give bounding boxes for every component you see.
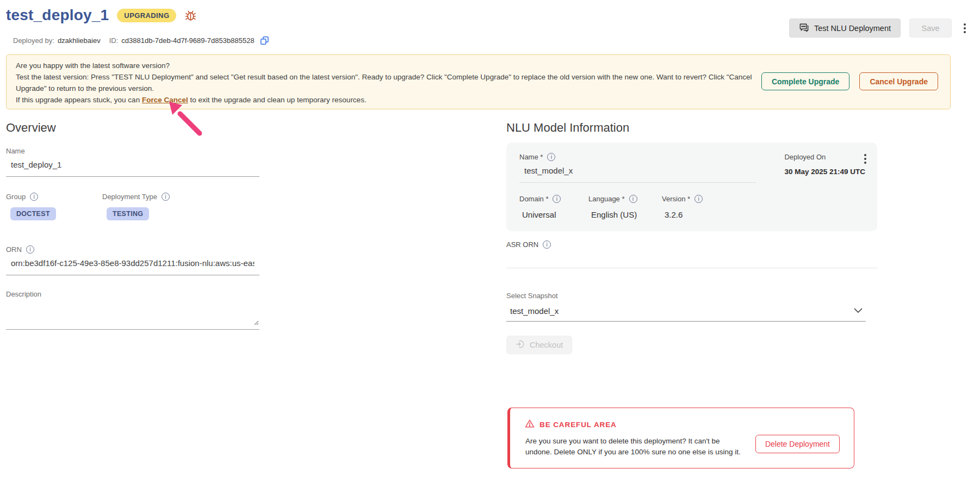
overview-section: Overview Name Group DOCTEST Deployment T… xyxy=(6,121,259,330)
complete-upgrade-button[interactable]: Complete Upgrade xyxy=(761,72,849,90)
chevron-down-icon xyxy=(854,306,863,316)
asr-orn-info-icon[interactable] xyxy=(543,240,551,249)
debug-bug-icon[interactable] xyxy=(184,9,197,22)
orn-field-group: ORN xyxy=(6,245,259,275)
snapshot-label: Select Snapshot xyxy=(506,292,866,300)
description-field-group: Description xyxy=(6,290,259,330)
language-info-icon[interactable] xyxy=(629,195,637,203)
domain-info-icon[interactable] xyxy=(553,195,561,203)
test-nlu-deployment-button[interactable]: Test NLU Deployment xyxy=(789,18,901,38)
version-field-group: Version * 3.2.6 xyxy=(662,195,703,219)
deployed-by-label: Deployed by: xyxy=(13,36,54,45)
cancel-upgrade-button[interactable]: Cancel Upgrade xyxy=(859,72,938,90)
group-field-group: Group DOCTEST xyxy=(6,193,102,220)
deployed-on-label: Deployed On xyxy=(784,153,865,161)
version-info-icon[interactable] xyxy=(694,195,703,203)
language-label: Language * xyxy=(588,195,662,203)
page-header: test_deploy_1 UPGRADING xyxy=(6,7,197,24)
description-textarea[interactable] xyxy=(6,299,259,330)
group-type-row: Group DOCTEST Deployment Type TESTING xyxy=(6,193,259,220)
description-label: Description xyxy=(6,290,259,298)
upgrade-banner-actions: Complete Upgrade Cancel Upgrade xyxy=(761,72,938,90)
snapshot-select[interactable]: test_model_x xyxy=(506,301,866,322)
asr-orn-input[interactable] xyxy=(506,268,877,268)
danger-heading-row: BE CAREFUL AREA xyxy=(525,419,617,430)
model-card: Name * Deployed On 30 May 2025 21:49 UTC… xyxy=(506,143,877,231)
name-input[interactable] xyxy=(6,155,259,177)
warning-triangle-icon xyxy=(525,419,535,430)
danger-zone: BE CAREFUL AREA Are you sure you want to… xyxy=(507,408,854,468)
banner-stuck-suffix: to exit the upgrade and clean up tempora… xyxy=(188,96,367,104)
model-name-info-icon[interactable] xyxy=(547,153,555,161)
model-name-field-group: Name * xyxy=(519,153,756,183)
nlu-model-info-section: NLU Model Information Name * Deployed On… xyxy=(506,121,877,354)
deployment-type-label: Deployment Type xyxy=(102,193,170,201)
domain-value: Universal xyxy=(519,210,588,219)
model-card-row-1: Name * Deployed On 30 May 2025 21:49 UTC xyxy=(519,153,865,183)
banner-stuck-line: If this upgrade appears stuck, you can F… xyxy=(16,94,762,106)
deployed-on-group: Deployed On 30 May 2025 21:49 UTC xyxy=(784,153,865,183)
deployment-type-chip: TESTING xyxy=(107,207,149,220)
model-name-input[interactable] xyxy=(519,161,756,183)
header-kebab-menu-icon[interactable] xyxy=(960,21,969,35)
id-value: cd3881db-7deb-4d7f-9689-7d853b885528 xyxy=(121,36,254,45)
asr-orn-field-group: ASR ORN xyxy=(506,240,877,268)
banner-question: Are you happy with the latest software v… xyxy=(16,60,762,71)
language-field-group: Language * English (US) xyxy=(588,195,662,219)
upgrade-banner-text: Are you happy with the latest software v… xyxy=(16,60,762,106)
page-title: test_deploy_1 xyxy=(6,7,109,24)
copy-icon[interactable] xyxy=(260,36,269,45)
version-label: Version * xyxy=(662,195,703,203)
group-info-icon[interactable] xyxy=(30,193,38,201)
header-actions: Test NLU Deployment Save xyxy=(789,18,969,38)
name-field-group: Name xyxy=(6,147,259,177)
status-badge: UPGRADING xyxy=(117,9,176,22)
upgrade-banner: Are you happy with the latest software v… xyxy=(6,54,951,109)
name-label: Name xyxy=(6,147,259,155)
language-value: English (US) xyxy=(588,210,662,219)
asr-orn-label: ASR ORN xyxy=(506,240,877,249)
test-button-label: Test NLU Deployment xyxy=(814,24,891,33)
checkout-button-label: Checkout xyxy=(530,341,563,349)
checkout-button[interactable]: Checkout xyxy=(506,336,572,354)
description-textarea-wrap xyxy=(6,299,259,330)
model-card-kebab-menu-icon[interactable] xyxy=(861,152,870,166)
deployment-type-info-icon[interactable] xyxy=(162,193,170,201)
chat-icon xyxy=(799,22,809,34)
checkout-login-icon xyxy=(516,340,525,350)
save-button[interactable]: Save xyxy=(909,18,952,38)
id-label: ID: xyxy=(109,36,119,45)
snapshot-value: test_model_x xyxy=(510,306,559,316)
model-card-row-2: Domain * Universal Language * English (U… xyxy=(519,195,865,219)
overview-heading: Overview xyxy=(6,121,259,135)
resize-handle-icon[interactable] xyxy=(252,318,259,328)
domain-field-group: Domain * Universal xyxy=(519,195,588,219)
model-name-label: Name * xyxy=(519,153,756,161)
snapshot-field-group: Select Snapshot test_model_x xyxy=(506,292,866,322)
banner-instructions: Test the latest version: Press "TEST NLU… xyxy=(16,71,762,94)
danger-body-text: Are you sure you want to delete this dep… xyxy=(525,436,744,458)
domain-label: Domain * xyxy=(519,195,588,203)
deployment-type-field-group: Deployment Type TESTING xyxy=(102,193,170,220)
orn-info-icon[interactable] xyxy=(26,245,34,254)
deployed-by-value: dzakhliebaiev xyxy=(58,36,101,45)
danger-heading: BE CAREFUL AREA xyxy=(539,421,617,429)
deployment-meta: Deployed by: dzakhliebaiev ID: cd3881db-… xyxy=(13,36,269,45)
nlu-model-info-heading: NLU Model Information xyxy=(506,121,877,135)
orn-input[interactable] xyxy=(6,254,259,275)
group-label: Group xyxy=(6,193,102,201)
group-chip: DOCTEST xyxy=(10,207,56,220)
version-value: 3.2.6 xyxy=(662,210,703,219)
force-cancel-link[interactable]: Force Cancel xyxy=(142,96,188,104)
deployed-on-value: 30 May 2025 21:49 UTC xyxy=(784,168,865,176)
delete-deployment-button[interactable]: Delete Deployment xyxy=(755,435,840,453)
banner-stuck-prefix: If this upgrade appears stuck, you can xyxy=(16,96,142,104)
deployment-detail-page: test_deploy_1 UPGRADING Test NLU Deploym… xyxy=(0,0,980,481)
orn-label: ORN xyxy=(6,245,259,254)
